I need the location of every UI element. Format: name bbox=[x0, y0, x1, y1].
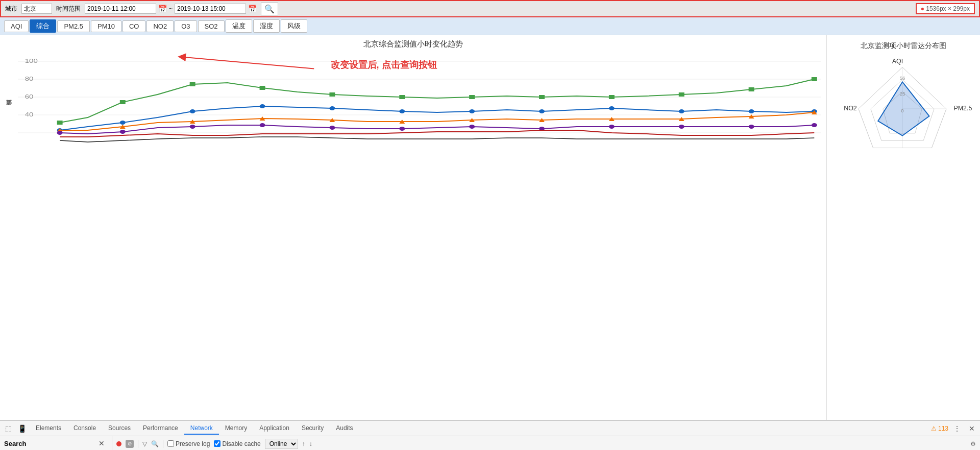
tab-SO2[interactable]: SO2 bbox=[198, 20, 225, 32]
tab-network[interactable]: Network bbox=[184, 422, 219, 435]
disable-cache-label[interactable]: Disable cache bbox=[214, 440, 260, 447]
network-toolbar: ⊘ ▽ 🔍 Preserve log Disable cache Online … bbox=[112, 436, 980, 450]
time-range-label: 时间范围 bbox=[56, 5, 81, 13]
svg-rect-31 bbox=[749, 87, 754, 91]
search-panel: Search ✕ ↻ 🚫 Aa · .* bbox=[0, 436, 112, 450]
settings-icon[interactable]: ⚙ bbox=[970, 440, 976, 447]
record-button[interactable] bbox=[116, 441, 121, 446]
svg-rect-26 bbox=[399, 95, 405, 99]
svg-text:AQI: AQI bbox=[892, 58, 903, 65]
cal-end-icon[interactable]: 📅 bbox=[248, 5, 257, 13]
svg-point-13 bbox=[329, 106, 335, 110]
svg-line-66 bbox=[859, 109, 873, 148]
tab-PM2.5[interactable]: PM2.5 bbox=[57, 20, 90, 32]
search-header: Search ✕ bbox=[0, 436, 112, 450]
svg-text:PM2.5: PM2.5 bbox=[953, 105, 972, 112]
main-chart: 100 80 60 40 bbox=[18, 51, 821, 163]
close-search-icon[interactable]: ✕ bbox=[95, 438, 108, 448]
svg-text:0: 0 bbox=[901, 108, 903, 113]
svg-point-10 bbox=[120, 121, 126, 125]
radar-section: 北京监测项小时雷达分布图 AQI PM2.5 NO2 56 25 0 bbox=[827, 35, 980, 420]
svg-point-14 bbox=[399, 109, 405, 113]
svg-point-49 bbox=[329, 126, 335, 130]
devtools-panel: ⬚ 📱 Elements Console Sources Performance… bbox=[0, 420, 980, 450]
svg-point-19 bbox=[749, 109, 754, 113]
radar-chart: AQI PM2.5 NO2 56 25 0 bbox=[831, 53, 974, 165]
tab-PM10[interactable]: PM10 bbox=[91, 20, 121, 32]
filter-toggle-icon[interactable]: ▽ bbox=[142, 440, 147, 447]
city-label: 城市 bbox=[5, 5, 17, 13]
tab-综合[interactable]: 综合 bbox=[30, 19, 56, 33]
cal-start-icon[interactable]: 📅 bbox=[158, 5, 167, 13]
svg-point-47 bbox=[190, 125, 195, 129]
svg-text:40: 40 bbox=[25, 111, 34, 118]
svg-point-46 bbox=[120, 130, 126, 134]
svg-rect-24 bbox=[260, 86, 265, 90]
throttle-select[interactable]: Online bbox=[265, 439, 298, 449]
svg-point-11 bbox=[190, 109, 195, 113]
svg-point-15 bbox=[469, 109, 475, 113]
preserve-log-checkbox[interactable] bbox=[167, 440, 174, 447]
date-separator: ~ bbox=[169, 5, 173, 12]
svg-text:80: 80 bbox=[25, 76, 34, 82]
chart-title: 北京综合监测值小时变化趋势 bbox=[0, 35, 826, 51]
circle-icon: ● bbox=[921, 5, 924, 12]
devtools-main: Search ✕ ↻ 🚫 Aa · .* ⊘ ▽ 🔍 bbox=[0, 436, 980, 450]
date-start-input[interactable] bbox=[85, 4, 156, 14]
tab-AQI[interactable]: AQI bbox=[4, 20, 29, 32]
date-end-input[interactable] bbox=[175, 4, 246, 14]
tab-bar: AQI综合PM2.5PM10CONO2O3SO2温度湿度风级 bbox=[0, 17, 980, 35]
svg-text:25: 25 bbox=[900, 91, 905, 97]
search-query-button[interactable]: 🔍 bbox=[261, 3, 278, 15]
tab-风级[interactable]: 风级 bbox=[281, 19, 307, 33]
svg-point-55 bbox=[749, 125, 754, 129]
network-panel: ⊘ ▽ 🔍 Preserve log Disable cache Online … bbox=[112, 436, 980, 450]
svg-text:100: 100 bbox=[25, 58, 38, 64]
import-icon[interactable]: ↑ bbox=[302, 440, 305, 447]
toolbar-separator-2 bbox=[163, 440, 163, 448]
window-size: ● 1536px × 299px bbox=[916, 3, 975, 14]
tab-security[interactable]: Security bbox=[296, 422, 330, 435]
close-devtools-icon[interactable]: ✕ bbox=[966, 423, 978, 434]
svg-rect-27 bbox=[469, 95, 475, 99]
svg-line-65 bbox=[932, 109, 946, 148]
tab-application[interactable]: Application bbox=[253, 422, 296, 435]
disable-cache-checkbox[interactable] bbox=[214, 440, 220, 447]
more-options-icon[interactable]: ⋮ bbox=[950, 423, 964, 434]
tab-memory[interactable]: Memory bbox=[219, 422, 253, 435]
top-bar: 城市 时间范围 📅 ~ 📅 🔍 ● 1536px × 299px bbox=[0, 0, 980, 17]
inspect-icon[interactable]: ⬚ bbox=[2, 423, 15, 434]
tab-performance[interactable]: Performance bbox=[137, 422, 184, 435]
tab-湿度[interactable]: 湿度 bbox=[253, 19, 280, 33]
svg-point-53 bbox=[609, 125, 615, 129]
svg-rect-21 bbox=[57, 121, 63, 125]
svg-rect-23 bbox=[190, 82, 195, 86]
export-icon[interactable]: ↓ bbox=[309, 440, 312, 447]
svg-point-54 bbox=[679, 125, 684, 129]
radar-title: 北京监测项小时雷达分布图 bbox=[831, 39, 976, 53]
svg-text:NO2: NO2 bbox=[844, 105, 857, 112]
svg-rect-22 bbox=[120, 100, 126, 104]
preserve-log-label[interactable]: Preserve log bbox=[167, 440, 210, 447]
tab-elements[interactable]: Elements bbox=[30, 422, 67, 435]
tab-audits[interactable]: Audits bbox=[330, 422, 359, 435]
clear-button[interactable]: ⊘ bbox=[126, 440, 134, 448]
tab-sources[interactable]: Sources bbox=[102, 422, 137, 435]
city-input[interactable] bbox=[21, 4, 52, 14]
chart-section: 北京综合监测值小时变化趋势 监测值 100 80 60 40 bbox=[0, 35, 827, 420]
search-panel-title: Search bbox=[4, 440, 95, 447]
tab-O3[interactable]: O3 bbox=[175, 20, 197, 32]
svg-text:60: 60 bbox=[25, 93, 34, 100]
tab-console[interactable]: Console bbox=[67, 422, 102, 435]
device-icon[interactable]: 📱 bbox=[15, 423, 30, 434]
toolbar-separator-1 bbox=[138, 440, 138, 448]
svg-rect-25 bbox=[329, 92, 335, 97]
tab-NO2[interactable]: NO2 bbox=[146, 20, 174, 32]
search-network-icon[interactable]: 🔍 bbox=[151, 440, 159, 447]
tab-温度[interactable]: 温度 bbox=[226, 19, 252, 33]
tab-CO[interactable]: CO bbox=[122, 20, 146, 32]
svg-point-48 bbox=[260, 123, 265, 127]
main-area: 北京综合监测值小时变化趋势 监测值 100 80 60 40 bbox=[0, 35, 980, 420]
svg-rect-28 bbox=[539, 95, 545, 99]
devtools-tabs: ⬚ 📱 Elements Console Sources Performance… bbox=[0, 421, 980, 436]
